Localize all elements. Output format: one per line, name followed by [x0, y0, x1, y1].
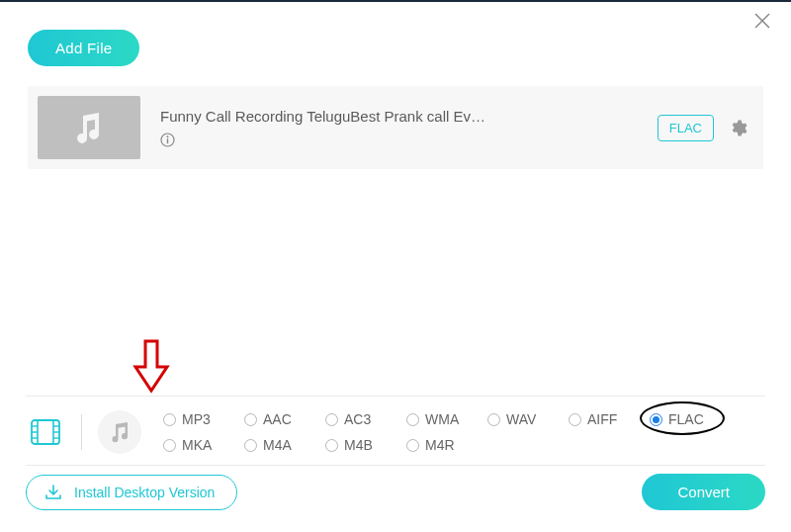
file-item: Funny Call Recording TeluguBest Prank ca… — [28, 86, 763, 169]
svg-rect-4 — [167, 138, 168, 143]
film-icon — [31, 419, 60, 445]
format-radio-m4a[interactable]: M4A — [244, 437, 325, 453]
radio-circle — [650, 413, 662, 426]
radio-circle — [487, 413, 500, 426]
download-icon — [44, 485, 62, 500]
gear-icon — [729, 119, 747, 137]
format-label: M4B — [344, 437, 373, 453]
format-label: MP3 — [182, 411, 211, 427]
radio-circle — [163, 439, 176, 452]
convert-button[interactable]: Convert — [642, 474, 765, 510]
radio-circle — [163, 413, 176, 426]
install-desktop-label: Install Desktop Version — [74, 485, 215, 500]
format-radio-wav[interactable]: WAV — [487, 411, 569, 427]
divider — [26, 396, 765, 397]
format-radio-m4b[interactable]: M4B — [325, 437, 406, 453]
arrow-annotation — [132, 339, 171, 395]
radio-circle — [244, 439, 257, 452]
radio-circle — [569, 413, 581, 426]
format-label: FLAC — [668, 411, 704, 427]
format-radio-wma[interactable]: WMA — [406, 411, 487, 427]
music-note-icon — [108, 420, 132, 444]
add-file-button[interactable]: Add File — [28, 30, 139, 66]
format-badge[interactable]: FLAC — [658, 115, 714, 141]
file-thumbnail — [38, 96, 140, 159]
format-label: AIFF — [587, 411, 617, 427]
svg-point-3 — [167, 135, 169, 137]
separator — [81, 414, 82, 450]
format-label: MKA — [182, 437, 212, 453]
format-radio-m4r[interactable]: M4R — [406, 437, 487, 453]
install-desktop-button[interactable]: Install Desktop Version — [26, 475, 237, 510]
info-icon[interactable] — [160, 133, 176, 148]
divider — [26, 465, 765, 466]
radio-circle — [406, 413, 419, 426]
radio-circle — [325, 439, 338, 452]
format-radio-aiff[interactable]: AIFF — [569, 411, 650, 427]
format-label: M4A — [263, 437, 292, 453]
settings-button[interactable] — [728, 118, 747, 137]
format-selector-row: MP3AACAC3WMAWAVAIFFFLACMKAM4AM4BM4R — [26, 410, 765, 454]
format-label: WMA — [425, 411, 459, 427]
file-title: Funny Call Recording TeluguBest Prank ca… — [160, 108, 575, 125]
radio-circle — [244, 413, 257, 426]
music-note-icon — [69, 108, 109, 147]
format-radio-mp3[interactable]: MP3 — [163, 411, 244, 427]
format-label: AAC — [263, 411, 292, 427]
format-label: AC3 — [344, 411, 371, 427]
format-label: M4R — [425, 437, 455, 453]
radio-circle — [325, 413, 338, 426]
format-label: WAV — [506, 411, 536, 427]
audio-tab-button[interactable] — [98, 410, 141, 454]
radio-circle — [406, 439, 419, 452]
format-radio-flac[interactable]: FLAC — [650, 411, 731, 427]
format-radio-mka[interactable]: MKA — [163, 437, 244, 453]
close-button[interactable] — [751, 10, 773, 32]
format-radio-aac[interactable]: AAC — [244, 411, 325, 427]
close-icon — [754, 13, 770, 29]
format-radio-ac3[interactable]: AC3 — [325, 411, 406, 427]
video-tab-button[interactable] — [26, 412, 65, 452]
